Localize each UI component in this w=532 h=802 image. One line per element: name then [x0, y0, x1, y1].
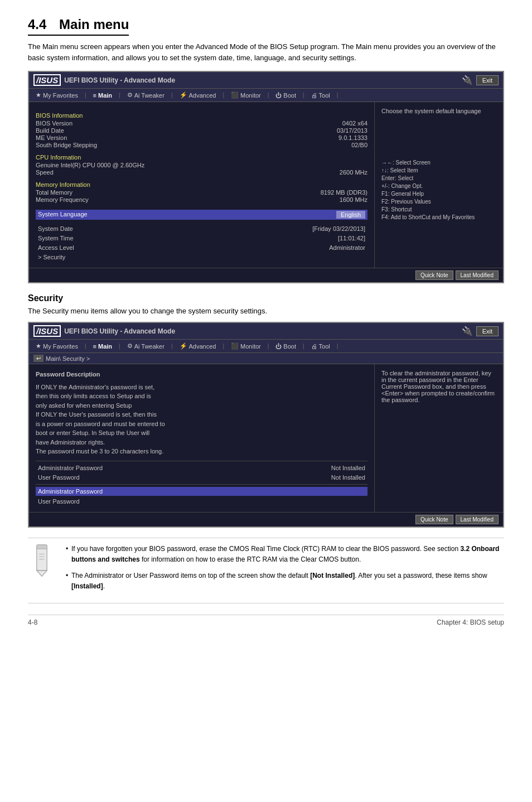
bios-footer-2: Quick Note Last Modified: [29, 512, 503, 526]
exit-button-1[interactable]: Exit: [476, 75, 499, 85]
nav-ai-tweaker-1[interactable]: ⚙ Ai Tweaker: [124, 90, 168, 100]
build-date-row: Build Date 03/17/2013: [36, 127, 367, 134]
monitor-icon: ⬛: [231, 91, 239, 99]
note-item-1: If you have forgotten your BIOS password…: [66, 544, 504, 565]
cpu-model-row: Genuine Intel(R) CPU 0000 @ 2.60GHz: [36, 162, 367, 168]
password-desc: Password Description If ONLY the Adminis…: [36, 370, 367, 456]
nav-monitor-2[interactable]: ⬛ Monitor: [228, 341, 264, 351]
asus-logo: /ISUS: [33, 74, 61, 86]
last-modified-btn-2[interactable]: Last Modified: [456, 515, 499, 524]
bios-left-2: Password Description If ONLY the Adminis…: [29, 364, 375, 512]
bios-breadcrumb-2: ↩ Main\ Security >: [29, 353, 503, 364]
system-date-row[interactable]: System Date [Friday 03/22/2013]: [36, 224, 367, 233]
nav-advanced-2[interactable]: ⚡ Advanced: [176, 341, 220, 351]
last-modified-btn-1[interactable]: Last Modified: [456, 270, 499, 280]
cpu-speed-row: Speed 2600 MHz: [36, 169, 367, 176]
nav-main-1[interactable]: ≡ Main: [90, 91, 115, 100]
system-language-row[interactable]: System Language English: [36, 210, 367, 220]
bios-window-2: /ISUS UEFI BIOS Utility - Advanced Mode …: [28, 322, 504, 528]
note-box: If you have forgotten your BIOS password…: [28, 538, 504, 604]
monitor-icon-2: ⬛: [231, 342, 239, 350]
total-memory-row: Total Memory 8192 MB (DDR3): [36, 189, 367, 196]
nav-favorites-2[interactable]: ★ My Favorites: [32, 341, 81, 351]
section-title: 4.4 Main menu: [28, 17, 129, 36]
power-icon-2: ⏻: [275, 343, 282, 350]
bios-footer-1: Quick Note Last Modified: [29, 268, 503, 282]
back-icon[interactable]: ↩: [33, 355, 43, 362]
south-bridge-row: South Bridge Stepping 02/B0: [36, 142, 367, 148]
cpu-info-label: CPU Information: [36, 154, 367, 161]
me-version-row: ME Version 9.0.1.1333: [36, 134, 367, 141]
right-hint-2: To clear the administrator password, key…: [381, 370, 496, 403]
exit-button-2[interactable]: Exit: [476, 326, 499, 336]
memory-info-label: Memory Information: [36, 181, 367, 188]
bios-right-1: Choose the system default language →←: S…: [375, 102, 503, 268]
bios-titlebar-1: /ISUS UEFI BIOS Utility - Advanced Mode …: [29, 72, 503, 89]
bios-window-1: /ISUS UEFI BIOS Utility - Advanced Mode …: [28, 71, 504, 283]
chip-icon: ⚙: [127, 91, 133, 99]
page-number: 4-8: [28, 619, 37, 626]
security-heading: Security: [28, 293, 504, 303]
user-pw-info-row: User Password Not Installed: [36, 473, 367, 482]
security-row[interactable]: > Security: [36, 253, 367, 262]
nav-monitor-1[interactable]: ⬛ Monitor: [228, 90, 264, 100]
bios-version-row: BIOS Version 0402 x64: [36, 120, 367, 127]
footer-right-2: Quick Note Last Modified: [411, 513, 503, 526]
power-icon: ⏻: [275, 92, 282, 99]
list-icon: ≡: [93, 92, 96, 99]
advanced-icon: ⚡: [180, 91, 187, 99]
star-icon: ★: [36, 91, 41, 99]
svg-marker-2: [37, 571, 47, 576]
quick-note-btn-1[interactable]: Quick Note: [415, 270, 453, 280]
nav-boot-1[interactable]: ⏻ Boot: [272, 91, 299, 100]
star-icon-2: ★: [36, 342, 41, 350]
svg-rect-1: [37, 544, 47, 548]
user-pw-action-row[interactable]: User Password: [36, 497, 367, 506]
pencil-icon: [28, 544, 56, 577]
tool-icon-2: 🖨: [311, 343, 317, 350]
footer-right-1: Quick Note Last Modified: [411, 268, 503, 282]
nav-tool-1[interactable]: 🖨 Tool: [308, 91, 333, 100]
bios-titlebar-2: /ISUS UEFI BIOS Utility - Advanced Mode …: [29, 323, 503, 340]
quick-note-btn-2[interactable]: Quick Note: [415, 515, 453, 524]
list-icon-2: ≡: [93, 343, 96, 350]
bios-logo-1: /ISUS UEFI BIOS Utility - Advanced Mode: [33, 74, 175, 86]
chip-icon-2: ⚙: [127, 342, 133, 350]
keybinds-1: →←: Select Screen ↑↓: Select Item Enter:…: [381, 159, 496, 221]
memory-freq-row: Memory Frequency 1600 MHz: [36, 196, 367, 203]
bios-title-2: UEFI BIOS Utility - Advanced Mode: [64, 327, 175, 335]
page-footer: 4-8 Chapter 4: BIOS setup: [28, 615, 504, 626]
bios-info-label: BIOS Information: [36, 112, 367, 119]
chapter-label: Chapter 4: BIOS setup: [437, 619, 504, 626]
admin-pw-info-row: Administrator Password Not Installed: [36, 463, 367, 472]
system-time-row[interactable]: System Time [11:01:42]: [36, 234, 367, 243]
footer-left-space-2: [29, 513, 411, 526]
asus-logo-2: /ISUS: [33, 325, 61, 337]
system-language-row-container: System Language English: [36, 210, 367, 220]
tool-icon: 🖨: [311, 92, 317, 99]
bios-body-2: Password Description If ONLY the Adminis…: [29, 364, 503, 512]
access-level-row: Access Level Administrator: [36, 243, 367, 252]
nav-ai-tweaker-2[interactable]: ⚙ Ai Tweaker: [124, 341, 168, 351]
bios-logo-2: /ISUS UEFI BIOS Utility - Advanced Mode: [33, 325, 175, 337]
note-item-2: The Administrator or User Password items…: [66, 571, 504, 592]
nav-boot-2[interactable]: ⏻ Boot: [272, 342, 299, 351]
usb-icon-2: 🔌: [462, 326, 473, 337]
bios-navbar-1: ★ My Favorites | ≡ Main | ⚙ Ai Tweaker |…: [29, 89, 503, 102]
admin-pw-action-row[interactable]: Administrator Password: [36, 487, 367, 496]
nav-main-2[interactable]: ≡ Main: [90, 342, 115, 351]
right-hint-1: Choose the system default language: [381, 108, 496, 114]
bios-navbar-2: ★ My Favorites | ≡ Main | ⚙ Ai Tweaker |…: [29, 340, 503, 353]
note-content: If you have forgotten your BIOS password…: [64, 544, 504, 598]
nav-tool-2[interactable]: 🖨 Tool: [308, 342, 333, 351]
advanced-icon-2: ⚡: [180, 342, 187, 350]
nav-favorites-1[interactable]: ★ My Favorites: [32, 90, 81, 100]
bios-right-2: To clear the administrator password, key…: [375, 364, 503, 512]
nav-advanced-1[interactable]: ⚡ Advanced: [176, 90, 220, 100]
bios-title-1: UEFI BIOS Utility - Advanced Mode: [64, 76, 175, 84]
bios-left-1: BIOS Information BIOS Version 0402 x64 B…: [29, 102, 375, 268]
usb-icon: 🔌: [462, 75, 473, 86]
security-intro: The Security menu items allow you to cha…: [28, 307, 504, 315]
bios-body-1: BIOS Information BIOS Version 0402 x64 B…: [29, 102, 503, 268]
system-date-container: System Date [Friday 03/22/2013] System T…: [36, 224, 367, 262]
